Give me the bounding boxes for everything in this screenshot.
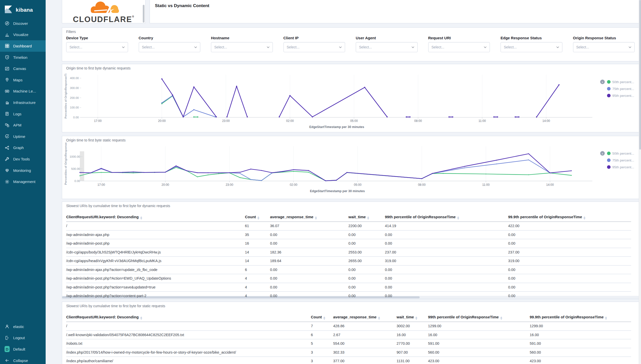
arrow-left-icon xyxy=(5,358,10,363)
sidebar-item-graph[interactable]: Graph xyxy=(0,142,46,154)
heart-pulse-icon xyxy=(5,168,10,173)
legend-item[interactable]: ›50th percent... xyxy=(600,79,634,84)
table-cell: 0.00 xyxy=(508,274,631,283)
sidebar-item-machine-le[interactable]: Machine Le... xyxy=(0,86,46,97)
uptime-clock-icon xyxy=(5,134,10,139)
sort-icon xyxy=(257,216,259,220)
table-cell: 0.00 xyxy=(508,283,631,292)
column-header[interactable]: Count xyxy=(245,213,270,222)
sidebar-item-infrastructure[interactable]: Infrastructure xyxy=(0,97,46,108)
chart-panel-dynamic-requests: Origin time to first byte dynamic reques… xyxy=(62,64,639,132)
column-header[interactable]: 99.9th percentile of OriginResponseTime xyxy=(508,213,631,222)
legend-item[interactable]: 95th percent... xyxy=(600,93,634,98)
table-cell: 189.64 xyxy=(270,257,348,265)
column-header[interactable]: 99th percentile of OriginResponseTime xyxy=(428,313,530,322)
cloud-server-icon xyxy=(5,100,10,105)
sidebar-item-timelion[interactable]: Timelion xyxy=(0,52,46,63)
table-cell: 0.00 xyxy=(270,265,348,274)
sidebar-item-maps[interactable]: Maps xyxy=(0,74,46,86)
filter-group-request-uri: Request URISelect... xyxy=(428,36,490,52)
legend-expand-icon[interactable]: › xyxy=(600,151,605,156)
legend-item[interactable]: 95th percent... xyxy=(600,165,634,170)
scroll-icon xyxy=(5,111,10,116)
column-header[interactable]: 99th percentile of OriginResponseTime xyxy=(385,213,508,222)
sidebar-item-label: Maps xyxy=(13,78,23,82)
column-header[interactable]: ClientRequestURI.keyword: Descending xyxy=(66,313,311,322)
legend-item[interactable]: 75th percent... xyxy=(600,158,634,163)
markdown-panel-scrollbar[interactable] xyxy=(143,5,145,23)
kibana-brand-text: kibana xyxy=(16,7,33,13)
page-vertical-scrollbar[interactable] xyxy=(639,0,641,364)
filter-select-country[interactable]: Select... xyxy=(139,42,201,52)
svg-text:200.00: 200.00 xyxy=(70,96,79,99)
filter-select-request-uri[interactable]: Select... xyxy=(428,42,490,52)
sidebar-item-logout[interactable]: Logout xyxy=(0,332,46,344)
column-header[interactable]: 99.9th percentile of OriginResponseTime xyxy=(530,313,631,322)
line-chart[interactable]: 17:0020:0023:0002:0005:0008:0011:0014:00… xyxy=(62,136,639,199)
sidebar-item-elastic[interactable]: elastic xyxy=(0,321,46,332)
select-placeholder: Select... xyxy=(432,45,444,49)
column-header[interactable]: average_response_time xyxy=(333,313,397,322)
table-row: /index.php/2017/05/14/how-i-owned-my-mot… xyxy=(66,348,631,357)
table-cell: 14 xyxy=(245,257,270,265)
legend-color-dot xyxy=(607,158,611,162)
filter-select-client-ip[interactable]: Select... xyxy=(283,42,345,52)
picture-frame-icon xyxy=(5,66,10,71)
dashboard-title-panel: Static vs Dynamic Content xyxy=(150,0,639,23)
sidebar-item-default[interactable]: DDefault xyxy=(0,343,46,355)
legend-expand-icon[interactable]: › xyxy=(600,80,605,84)
sort-icon xyxy=(315,216,317,220)
table-cell: 1299.00 xyxy=(530,322,631,331)
sidebar-item-dashboard[interactable]: Dashboard xyxy=(0,40,46,52)
table-cell: 237.00 xyxy=(385,248,508,257)
table-cell: 1299.00 xyxy=(428,322,530,331)
table-cell: 591.00 xyxy=(428,339,530,348)
filter-select-device-type[interactable]: Select... xyxy=(66,42,128,52)
sidebar-item-label: Canvas xyxy=(13,66,26,71)
table-cell: /wp-admin/admin-post.php xyxy=(66,239,245,248)
column-header[interactable]: wait_time xyxy=(397,313,428,322)
sidebar-item-monitoring[interactable]: Monitoring xyxy=(0,165,46,176)
filter-select-user-agent[interactable]: Select... xyxy=(356,42,418,52)
table-cell: 237.00 xyxy=(508,248,631,257)
table-cell: 36.07 xyxy=(270,222,348,230)
table-row: /wp-admin/admin-ajax.php350.000.000.000.… xyxy=(66,230,631,239)
select-placeholder: Select... xyxy=(359,45,372,49)
sort-icon xyxy=(605,317,607,320)
table-cell: 2.67 xyxy=(333,331,397,339)
column-header[interactable]: ClientRequestURI.keyword: Descending xyxy=(66,213,245,222)
sidebar-item-visualize[interactable]: Visualize xyxy=(0,29,46,41)
svg-text:1000.00: 1000.00 xyxy=(69,155,80,158)
sidebar-item-dev-tools[interactable]: Dev Tools xyxy=(0,153,46,165)
sidebar-item-management[interactable]: Management xyxy=(0,176,46,187)
sidebar-item-label: Discover xyxy=(13,21,28,26)
select-placeholder: Select... xyxy=(504,45,517,49)
filter-select-hostname[interactable]: Select... xyxy=(211,42,273,52)
kibana-logo[interactable]: kibana xyxy=(0,0,46,16)
filter-select-origin-response-status[interactable]: Select... xyxy=(573,42,635,52)
legend-item[interactable]: ›50th percent... xyxy=(600,151,634,156)
sort-icon xyxy=(367,216,369,220)
line-chart[interactable]: 17:0020:0023:0002:0005:0008:0011:0014:00… xyxy=(62,64,639,133)
sidebar-item-discover[interactable]: Discover xyxy=(0,18,46,29)
column-header[interactable]: Count xyxy=(311,313,333,322)
sidebar-item-canvas[interactable]: Canvas xyxy=(0,63,46,74)
table-row: /.well-known/pki-validation/054075F6A27B… xyxy=(66,331,631,339)
column-header[interactable]: average_response_time xyxy=(270,213,348,222)
chart-legend: ›50th percent...75th percent...95th perc… xyxy=(600,79,634,98)
sidebar-item-collapse[interactable]: Collapse xyxy=(0,355,46,364)
table-cell: 0.00 xyxy=(348,274,385,283)
sidebar-item-logs[interactable]: Logs xyxy=(0,108,46,120)
chevron-down-icon xyxy=(412,46,414,48)
table-cell: 414.19 xyxy=(385,222,508,230)
filter-label: Device Type xyxy=(66,36,128,40)
filter-select-edge-response-status[interactable]: Select... xyxy=(501,42,562,52)
legend-item[interactable]: 75th percent... xyxy=(600,86,634,91)
sidebar-item-uptime[interactable]: Uptime xyxy=(0,131,46,142)
table-cell: 4 xyxy=(245,292,270,299)
sort-icon xyxy=(323,317,325,320)
sidebar-item-apm[interactable]: APM xyxy=(0,119,46,131)
column-header[interactable]: wait_time xyxy=(348,213,385,222)
select-placeholder: Select... xyxy=(142,45,155,49)
table-row: /wp-admin/admin-ajax.php?action=update_z… xyxy=(66,265,631,274)
